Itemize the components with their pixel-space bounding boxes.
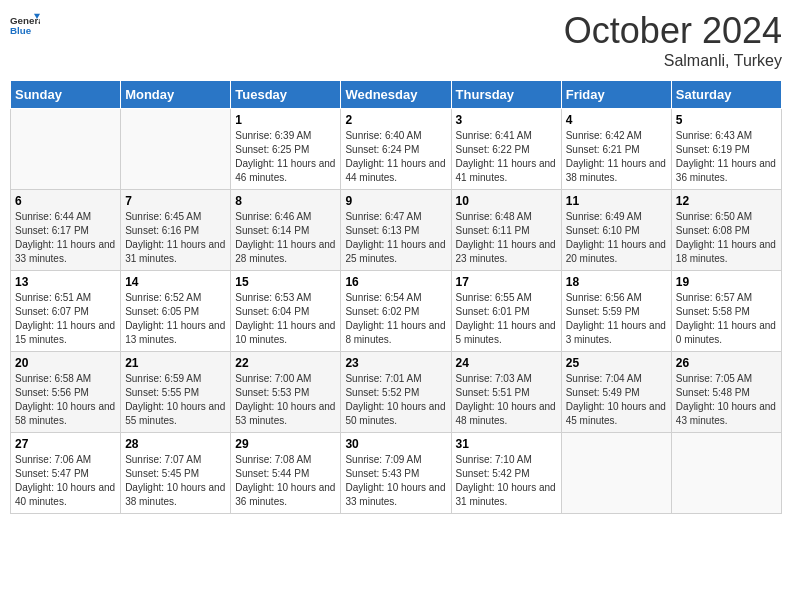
calendar-cell: 31Sunrise: 7:10 AMSunset: 5:42 PMDayligh…: [451, 433, 561, 514]
day-info: Sunrise: 6:50 AMSunset: 6:08 PMDaylight:…: [676, 210, 777, 266]
calendar-cell: [121, 109, 231, 190]
day-info: Sunrise: 6:53 AMSunset: 6:04 PMDaylight:…: [235, 291, 336, 347]
day-info: Sunrise: 6:57 AMSunset: 5:58 PMDaylight:…: [676, 291, 777, 347]
day-info: Sunrise: 6:46 AMSunset: 6:14 PMDaylight:…: [235, 210, 336, 266]
day-info: Sunrise: 6:58 AMSunset: 5:56 PMDaylight:…: [15, 372, 116, 428]
day-number: 16: [345, 275, 446, 289]
calendar-week-3: 13Sunrise: 6:51 AMSunset: 6:07 PMDayligh…: [11, 271, 782, 352]
calendar-cell: 5Sunrise: 6:43 AMSunset: 6:19 PMDaylight…: [671, 109, 781, 190]
col-sunday: Sunday: [11, 81, 121, 109]
calendar-cell: 30Sunrise: 7:09 AMSunset: 5:43 PMDayligh…: [341, 433, 451, 514]
col-friday: Friday: [561, 81, 671, 109]
calendar-cell: 1Sunrise: 6:39 AMSunset: 6:25 PMDaylight…: [231, 109, 341, 190]
day-info: Sunrise: 6:56 AMSunset: 5:59 PMDaylight:…: [566, 291, 667, 347]
day-number: 30: [345, 437, 446, 451]
day-number: 24: [456, 356, 557, 370]
day-number: 26: [676, 356, 777, 370]
calendar-cell: 15Sunrise: 6:53 AMSunset: 6:04 PMDayligh…: [231, 271, 341, 352]
calendar-cell: 9Sunrise: 6:47 AMSunset: 6:13 PMDaylight…: [341, 190, 451, 271]
day-number: 1: [235, 113, 336, 127]
day-number: 31: [456, 437, 557, 451]
calendar-cell: 8Sunrise: 6:46 AMSunset: 6:14 PMDaylight…: [231, 190, 341, 271]
calendar-cell: 7Sunrise: 6:45 AMSunset: 6:16 PMDaylight…: [121, 190, 231, 271]
page-header: General Blue October 2024 Salmanli, Turk…: [10, 10, 782, 70]
day-number: 2: [345, 113, 446, 127]
calendar-week-2: 6Sunrise: 6:44 AMSunset: 6:17 PMDaylight…: [11, 190, 782, 271]
calendar-cell: 23Sunrise: 7:01 AMSunset: 5:52 PMDayligh…: [341, 352, 451, 433]
day-info: Sunrise: 6:42 AMSunset: 6:21 PMDaylight:…: [566, 129, 667, 185]
header-row: Sunday Monday Tuesday Wednesday Thursday…: [11, 81, 782, 109]
svg-text:Blue: Blue: [10, 25, 32, 36]
logo: General Blue: [10, 10, 42, 40]
calendar-cell: 22Sunrise: 7:00 AMSunset: 5:53 PMDayligh…: [231, 352, 341, 433]
day-number: 25: [566, 356, 667, 370]
calendar-cell: 25Sunrise: 7:04 AMSunset: 5:49 PMDayligh…: [561, 352, 671, 433]
day-info: Sunrise: 7:07 AMSunset: 5:45 PMDaylight:…: [125, 453, 226, 509]
day-info: Sunrise: 6:47 AMSunset: 6:13 PMDaylight:…: [345, 210, 446, 266]
calendar-cell: [671, 433, 781, 514]
day-info: Sunrise: 7:00 AMSunset: 5:53 PMDaylight:…: [235, 372, 336, 428]
day-number: 29: [235, 437, 336, 451]
day-info: Sunrise: 6:51 AMSunset: 6:07 PMDaylight:…: [15, 291, 116, 347]
day-info: Sunrise: 6:59 AMSunset: 5:55 PMDaylight:…: [125, 372, 226, 428]
day-info: Sunrise: 6:48 AMSunset: 6:11 PMDaylight:…: [456, 210, 557, 266]
day-info: Sunrise: 6:40 AMSunset: 6:24 PMDaylight:…: [345, 129, 446, 185]
calendar-cell: 14Sunrise: 6:52 AMSunset: 6:05 PMDayligh…: [121, 271, 231, 352]
day-info: Sunrise: 6:54 AMSunset: 6:02 PMDaylight:…: [345, 291, 446, 347]
day-info: Sunrise: 6:45 AMSunset: 6:16 PMDaylight:…: [125, 210, 226, 266]
calendar-week-1: 1Sunrise: 6:39 AMSunset: 6:25 PMDaylight…: [11, 109, 782, 190]
calendar-cell: 13Sunrise: 6:51 AMSunset: 6:07 PMDayligh…: [11, 271, 121, 352]
day-number: 13: [15, 275, 116, 289]
day-number: 28: [125, 437, 226, 451]
day-info: Sunrise: 7:09 AMSunset: 5:43 PMDaylight:…: [345, 453, 446, 509]
day-info: Sunrise: 6:52 AMSunset: 6:05 PMDaylight:…: [125, 291, 226, 347]
day-number: 23: [345, 356, 446, 370]
day-info: Sunrise: 6:39 AMSunset: 6:25 PMDaylight:…: [235, 129, 336, 185]
day-info: Sunrise: 7:06 AMSunset: 5:47 PMDaylight:…: [15, 453, 116, 509]
day-info: Sunrise: 6:49 AMSunset: 6:10 PMDaylight:…: [566, 210, 667, 266]
day-number: 21: [125, 356, 226, 370]
day-number: 18: [566, 275, 667, 289]
day-number: 15: [235, 275, 336, 289]
col-wednesday: Wednesday: [341, 81, 451, 109]
logo-icon: General Blue: [10, 10, 40, 40]
col-saturday: Saturday: [671, 81, 781, 109]
day-info: Sunrise: 7:10 AMSunset: 5:42 PMDaylight:…: [456, 453, 557, 509]
day-number: 17: [456, 275, 557, 289]
day-info: Sunrise: 7:04 AMSunset: 5:49 PMDaylight:…: [566, 372, 667, 428]
calendar-table: Sunday Monday Tuesday Wednesday Thursday…: [10, 80, 782, 514]
month-title: October 2024: [564, 10, 782, 52]
calendar-cell: 17Sunrise: 6:55 AMSunset: 6:01 PMDayligh…: [451, 271, 561, 352]
day-info: Sunrise: 6:55 AMSunset: 6:01 PMDaylight:…: [456, 291, 557, 347]
day-number: 4: [566, 113, 667, 127]
calendar-cell: 11Sunrise: 6:49 AMSunset: 6:10 PMDayligh…: [561, 190, 671, 271]
day-number: 7: [125, 194, 226, 208]
day-info: Sunrise: 7:05 AMSunset: 5:48 PMDaylight:…: [676, 372, 777, 428]
calendar-cell: [561, 433, 671, 514]
day-info: Sunrise: 6:44 AMSunset: 6:17 PMDaylight:…: [15, 210, 116, 266]
title-block: October 2024 Salmanli, Turkey: [564, 10, 782, 70]
col-monday: Monday: [121, 81, 231, 109]
day-info: Sunrise: 7:01 AMSunset: 5:52 PMDaylight:…: [345, 372, 446, 428]
day-number: 22: [235, 356, 336, 370]
col-tuesday: Tuesday: [231, 81, 341, 109]
col-thursday: Thursday: [451, 81, 561, 109]
calendar-cell: 20Sunrise: 6:58 AMSunset: 5:56 PMDayligh…: [11, 352, 121, 433]
calendar-week-4: 20Sunrise: 6:58 AMSunset: 5:56 PMDayligh…: [11, 352, 782, 433]
day-number: 9: [345, 194, 446, 208]
calendar-cell: 3Sunrise: 6:41 AMSunset: 6:22 PMDaylight…: [451, 109, 561, 190]
day-number: 5: [676, 113, 777, 127]
calendar-cell: 28Sunrise: 7:07 AMSunset: 5:45 PMDayligh…: [121, 433, 231, 514]
calendar-cell: [11, 109, 121, 190]
calendar-week-5: 27Sunrise: 7:06 AMSunset: 5:47 PMDayligh…: [11, 433, 782, 514]
day-number: 14: [125, 275, 226, 289]
calendar-cell: 6Sunrise: 6:44 AMSunset: 6:17 PMDaylight…: [11, 190, 121, 271]
calendar-cell: 2Sunrise: 6:40 AMSunset: 6:24 PMDaylight…: [341, 109, 451, 190]
calendar-cell: 12Sunrise: 6:50 AMSunset: 6:08 PMDayligh…: [671, 190, 781, 271]
day-info: Sunrise: 6:41 AMSunset: 6:22 PMDaylight:…: [456, 129, 557, 185]
day-number: 20: [15, 356, 116, 370]
calendar-cell: 21Sunrise: 6:59 AMSunset: 5:55 PMDayligh…: [121, 352, 231, 433]
calendar-cell: 24Sunrise: 7:03 AMSunset: 5:51 PMDayligh…: [451, 352, 561, 433]
day-info: Sunrise: 6:43 AMSunset: 6:19 PMDaylight:…: [676, 129, 777, 185]
day-number: 19: [676, 275, 777, 289]
